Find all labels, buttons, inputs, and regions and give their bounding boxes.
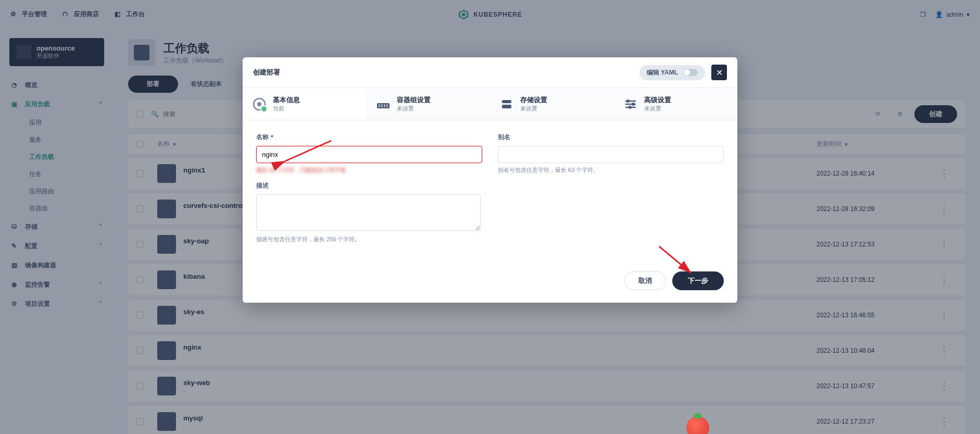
- svg-rect-8: [384, 104, 385, 107]
- modal-header: 创建部署 编辑 YAML ✕: [243, 57, 737, 88]
- toggle-switch[interactable]: [683, 69, 698, 76]
- alias-hint: 别名可包含任意字符，最长 63 个字符。: [498, 166, 724, 174]
- storage-step-icon: [499, 97, 514, 111]
- step-storage-settings[interactable]: 存储设置未设置: [490, 88, 614, 120]
- step-advanced-settings[interactable]: 高级设置未设置: [614, 88, 738, 120]
- svg-point-17: [629, 106, 632, 109]
- svg-point-15: [632, 103, 635, 106]
- modal-title: 创建部署: [253, 68, 280, 77]
- modal-overlay[interactable]: 创建部署 编辑 YAML ✕ 基本信息当前 容器组设置未设置 存储设置未设置 高…: [0, 0, 980, 434]
- desc-hint: 描述可包含任意字符，最长 256 个字符。: [256, 235, 481, 243]
- basic-info-icon: [252, 97, 267, 111]
- create-deploy-modal: 创建部署 编辑 YAML ✕ 基本信息当前 容器组设置未设置 存储设置未设置 高…: [243, 57, 737, 303]
- desc-input[interactable]: [256, 194, 481, 231]
- desc-label: 描述: [256, 181, 481, 190]
- alias-label: 别名: [498, 133, 724, 142]
- modal-footer: 取消 下一步: [243, 262, 737, 303]
- svg-point-13: [626, 100, 630, 103]
- svg-rect-7: [381, 104, 383, 107]
- name-input[interactable]: [256, 146, 482, 163]
- container-icon: [376, 97, 391, 111]
- alias-input[interactable]: [498, 146, 724, 163]
- step-basic-info[interactable]: 基本信息当前: [243, 88, 367, 120]
- modal-steps: 基本信息当前 容器组设置未设置 存储设置未设置 高级设置未设置: [243, 88, 737, 120]
- cancel-button[interactable]: 取消: [624, 271, 666, 290]
- name-label: 名称*: [256, 133, 482, 142]
- svg-point-4: [257, 102, 261, 106]
- edit-yaml-toggle[interactable]: 编辑 YAML: [639, 65, 705, 80]
- svg-rect-11: [502, 105, 511, 108]
- sliders-icon: [623, 97, 638, 111]
- close-icon[interactable]: ✕: [711, 65, 727, 80]
- svg-rect-6: [379, 104, 380, 107]
- step-pod-settings[interactable]: 容器组设置未设置: [367, 88, 491, 120]
- svg-rect-10: [502, 100, 511, 103]
- svg-rect-9: [386, 104, 388, 107]
- next-button[interactable]: 下一步: [672, 271, 724, 290]
- modal-body: 名称* 最长 63 个字符，只能包含小写字母 别名 别名可包含任意字符，最长 6…: [243, 120, 737, 262]
- name-hint: 最长 63 个字符，只能包含小写字母: [256, 166, 482, 174]
